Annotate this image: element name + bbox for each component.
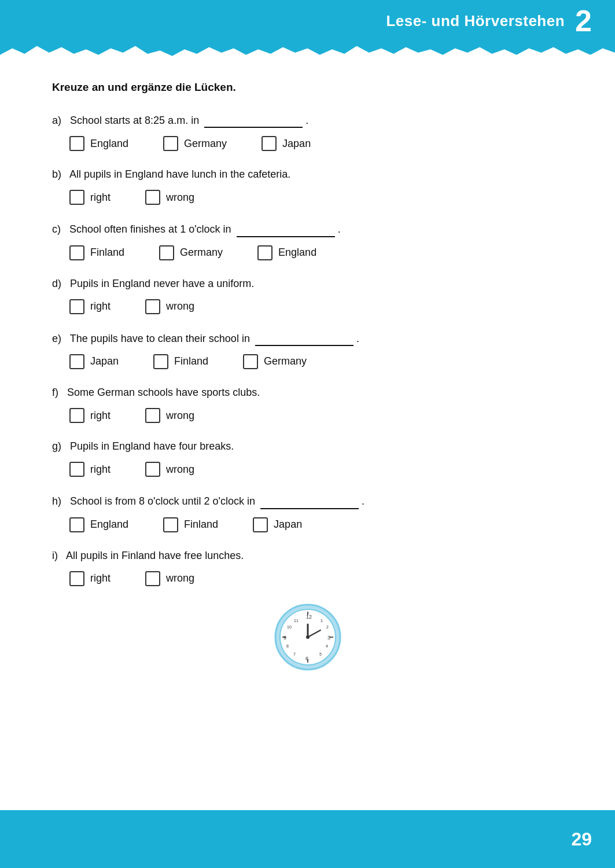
svg-text:3: 3 (327, 635, 330, 641)
option-a-england: England (69, 136, 128, 151)
option-h-england: England (69, 517, 128, 532)
option-c-germany: Germany (159, 245, 223, 260)
option-i-right: right (69, 571, 111, 586)
question-a: a) School starts at 8:25 a.m. in . Engla… (52, 112, 563, 151)
option-e-japan: Japan (69, 354, 119, 369)
question-c-blank (237, 221, 335, 237)
question-d: d) Pupils in England never have a unifor… (52, 277, 563, 314)
question-d-text: d) Pupils in England never have a unifor… (52, 277, 563, 291)
question-g-text: g) Pupils in England have four breaks. (52, 439, 563, 454)
option-e-germany: Germany (243, 354, 307, 369)
checkbox-i-wrong[interactable] (145, 571, 160, 586)
svg-text:7: 7 (293, 652, 296, 656)
checkbox-e-finland[interactable] (153, 354, 168, 369)
clock-illustration: 12 3 6 9 1 2 4 5 11 10 8 7 (52, 602, 563, 672)
svg-text:10: 10 (287, 625, 292, 629)
option-g-wrong: wrong (145, 462, 194, 477)
option-a-germany: Germany (163, 136, 227, 151)
question-e: e) The pupils have to clean their school… (52, 330, 563, 369)
svg-text:2: 2 (326, 625, 329, 629)
svg-text:4: 4 (326, 644, 328, 648)
checkbox-e-germany[interactable] (243, 354, 258, 369)
question-g: g) Pupils in England have four breaks. r… (52, 439, 563, 477)
svg-text:5: 5 (319, 652, 322, 656)
option-f-right: right (69, 408, 111, 423)
question-a-text: a) School starts at 8:25 a.m. in . (52, 112, 563, 128)
option-c-england: England (257, 245, 316, 260)
svg-text:1: 1 (321, 619, 323, 623)
checkbox-i-right[interactable] (69, 571, 84, 586)
question-f-text: f) Some German schools have sports clubs… (52, 385, 563, 400)
svg-point-20 (306, 635, 310, 639)
svg-text:8: 8 (286, 644, 289, 648)
clock-svg: 12 3 6 9 1 2 4 5 11 10 8 7 (273, 602, 343, 672)
question-i-text: i) All pupils in Finland have free lunch… (52, 549, 563, 563)
checkbox-g-right[interactable] (69, 462, 84, 477)
question-h-blank (260, 493, 359, 509)
question-f: f) Some German schools have sports clubs… (52, 385, 563, 423)
checkbox-e-japan[interactable] (69, 354, 84, 369)
question-b-text: b) All pupils in England have lunch in t… (52, 167, 563, 182)
page-header: Lese- und Hörverstehen 2 (0, 0, 615, 42)
checkbox-d-wrong[interactable] (145, 299, 160, 314)
svg-text:9: 9 (283, 635, 286, 641)
checkbox-b-right[interactable] (69, 190, 84, 205)
checkbox-a-england[interactable] (69, 136, 84, 151)
option-b-wrong: wrong (145, 190, 194, 205)
option-b-right: right (69, 190, 111, 205)
question-e-options: Japan Finland Germany (69, 354, 563, 369)
question-b-options: right wrong (69, 190, 563, 205)
option-h-finland: Finland (163, 517, 218, 532)
option-d-right: right (69, 299, 111, 314)
checkbox-f-right[interactable] (69, 408, 84, 423)
instructions-text: Kreuze an und ergänze die Lücken. (52, 81, 563, 94)
page-number: 29 (571, 829, 592, 850)
option-g-right: right (69, 462, 111, 477)
checkbox-c-finland[interactable] (69, 245, 84, 260)
checkbox-c-england[interactable] (257, 245, 272, 260)
question-a-options: England Germany Japan (69, 136, 563, 151)
question-h: h) School is from 8 o'clock until 2 o'cl… (52, 493, 563, 532)
question-a-blank (204, 112, 303, 128)
option-h-japan: Japan (253, 517, 302, 532)
svg-text:11: 11 (294, 619, 299, 623)
question-a-label: a) (52, 115, 67, 126)
question-c: c) School often finishes at 1 o'clock in… (52, 221, 563, 260)
checkbox-b-wrong[interactable] (145, 190, 160, 205)
checkbox-c-germany[interactable] (159, 245, 174, 260)
option-e-finland: Finland (153, 354, 208, 369)
checkbox-a-germany[interactable] (163, 136, 178, 151)
main-content: Kreuze an und ergänze die Lücken. a) Sch… (0, 64, 615, 730)
checkbox-h-england[interactable] (69, 517, 84, 532)
checkbox-d-right[interactable] (69, 299, 84, 314)
question-b: b) All pupils in England have lunch in t… (52, 167, 563, 205)
checkbox-h-finland[interactable] (163, 517, 178, 532)
question-f-options: right wrong (69, 408, 563, 423)
option-d-wrong: wrong (145, 299, 194, 314)
svg-text:12: 12 (306, 614, 312, 620)
option-f-wrong: wrong (145, 408, 194, 423)
option-a-japan: Japan (262, 136, 311, 151)
question-i: i) All pupils in Finland have free lunch… (52, 549, 563, 586)
question-h-text: h) School is from 8 o'clock until 2 o'cl… (52, 493, 563, 509)
question-g-options: right wrong (69, 462, 563, 477)
question-c-options: Finland Germany England (69, 245, 563, 260)
option-i-wrong: wrong (145, 571, 194, 586)
brush-decoration (0, 42, 615, 64)
question-h-options: England Finland Japan (69, 517, 563, 532)
question-d-options: right wrong (69, 299, 563, 314)
svg-text:6: 6 (305, 656, 308, 661)
checkbox-f-wrong[interactable] (145, 408, 160, 423)
question-c-text: c) School often finishes at 1 o'clock in… (52, 221, 563, 237)
page-footer: 29 (0, 810, 615, 868)
question-e-text: e) The pupils have to clean their school… (52, 330, 563, 346)
option-c-finland: Finland (69, 245, 124, 260)
header-title: Lese- und Hörverstehen (386, 12, 565, 30)
question-i-options: right wrong (69, 571, 563, 586)
checkbox-g-wrong[interactable] (145, 462, 160, 477)
header-number: 2 (575, 6, 592, 36)
checkbox-h-japan[interactable] (253, 517, 268, 532)
question-e-blank (255, 330, 353, 346)
checkbox-a-japan[interactable] (262, 136, 277, 151)
